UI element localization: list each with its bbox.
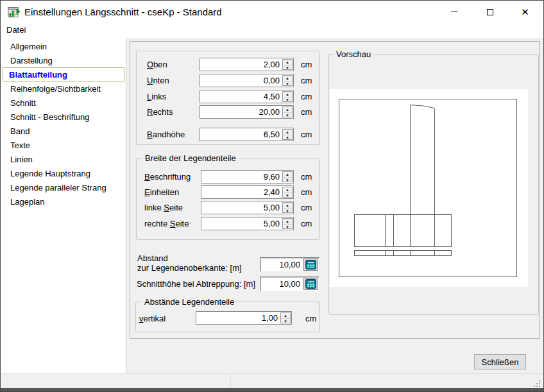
spin-up-icon[interactable]: ▲ xyxy=(283,130,292,135)
vertikal-unit: cm xyxy=(305,314,316,323)
spin-down-icon[interactable]: ▼ xyxy=(283,209,292,214)
bandhoehe-label: Bandhöhe xyxy=(147,130,185,139)
schnitthoehe-abtreppung-input[interactable] xyxy=(260,277,319,291)
calculator-button[interactable] xyxy=(303,278,318,290)
menu-item-datei[interactable]: Datei xyxy=(1,24,30,38)
rechts-unit: cm xyxy=(301,107,312,117)
abstand-label-line2: zur Legendenoberkante: [m] xyxy=(137,263,242,273)
sidebar-item-allgemein[interactable]: Allgemein xyxy=(3,39,124,53)
sidebar-item-blattaufteilung[interactable]: Blattaufteilung xyxy=(3,67,124,81)
spin-up-icon[interactable]: ▲ xyxy=(281,313,290,319)
links-spinner[interactable]: ▲▼ xyxy=(282,91,293,102)
bandhoehe-value[interactable] xyxy=(200,128,282,141)
calculator-icon xyxy=(305,279,316,289)
app-icon xyxy=(8,6,21,18)
sidebar-item-schnitt[interactable]: Schnitt xyxy=(3,96,124,110)
sidebar-item-reihenfolge-sichtbarkeit[interactable]: Reihenfolge/Sichtbarkeit xyxy=(3,81,124,96)
oben-spinner[interactable]: ▲▼ xyxy=(282,59,293,70)
abstand-legendenoberkante-label: Abstand zur Legendenoberkante: [m] xyxy=(137,253,242,273)
einheiten-unit: cm xyxy=(301,187,312,197)
links-value[interactable] xyxy=(200,90,282,103)
spin-down-icon[interactable]: ▼ xyxy=(283,113,292,118)
oben-value[interactable] xyxy=(200,58,282,71)
close-button[interactable]: ✕ xyxy=(507,1,543,23)
spin-down-icon[interactable]: ▼ xyxy=(283,98,292,103)
vertikal-input[interactable]: ▲▼ xyxy=(196,311,292,325)
minimize-button[interactable] xyxy=(437,1,472,23)
beschriftung-spinner[interactable]: ▲▼ xyxy=(282,171,293,182)
spin-up-icon[interactable]: ▲ xyxy=(283,107,292,113)
einheiten-input[interactable]: ▲▼ xyxy=(201,185,294,199)
einheiten-value[interactable] xyxy=(201,186,282,198)
spin-up-icon[interactable]: ▲ xyxy=(283,76,292,81)
rechte-seite-spinner[interactable]: ▲▼ xyxy=(282,218,293,229)
spin-down-icon[interactable]: ▼ xyxy=(283,225,292,230)
abstand-legendenoberkante-value[interactable] xyxy=(260,258,303,271)
vertikal-value[interactable] xyxy=(196,312,280,324)
einheiten-spinner[interactable]: ▲▼ xyxy=(282,187,293,198)
unten-input[interactable]: ▲▼ xyxy=(200,74,294,87)
spin-up-icon[interactable]: ▲ xyxy=(283,92,292,98)
maximize-button[interactable] xyxy=(472,1,507,23)
beschriftung-value[interactable] xyxy=(201,171,282,183)
spin-down-icon[interactable]: ▼ xyxy=(283,178,292,183)
sidebar-item-schnitt-beschriftung[interactable]: Schnitt - Beschriftung xyxy=(3,110,124,124)
spin-down-icon[interactable]: ▼ xyxy=(283,65,292,71)
bandhoehe-input[interactable]: ▲▼ xyxy=(200,128,294,141)
abstand-label-line1: Abstand xyxy=(137,253,242,263)
links-label: Links xyxy=(147,92,166,101)
settings-window: Einstellungen Längsschnitt - cseKp - Sta… xyxy=(0,0,544,392)
sidebar-item-texte[interactable]: Texte xyxy=(3,138,124,152)
sidebar-item-band[interactable]: Band xyxy=(3,124,124,138)
abstand-legendenoberkante-input[interactable] xyxy=(260,257,319,272)
spin-up-icon[interactable]: ▲ xyxy=(283,60,292,65)
links-unit: cm xyxy=(301,92,312,101)
rechts-value[interactable] xyxy=(200,106,282,118)
unten-value[interactable] xyxy=(200,74,282,87)
oben-input[interactable]: ▲▼ xyxy=(200,58,294,71)
linke-seite-value[interactable] xyxy=(201,201,282,214)
legend-widths-title: Breite der Legendenteile xyxy=(142,153,239,163)
spin-down-icon[interactable]: ▼ xyxy=(283,193,292,198)
vertikal-spinner[interactable]: ▲▼ xyxy=(280,312,291,323)
spin-down-icon[interactable]: ▼ xyxy=(283,135,292,141)
unten-spinner[interactable]: ▲▼ xyxy=(282,75,293,86)
resize-grip[interactable] xyxy=(534,380,541,388)
sidebar-item-legende-hauptstrang[interactable]: Legende Hauptstrang xyxy=(3,166,124,180)
preview-canvas xyxy=(330,89,528,287)
schliessen-button[interactable]: Schließen xyxy=(474,354,526,370)
linke-seite-input[interactable]: ▲▼ xyxy=(201,201,294,214)
rechts-label: Rechts xyxy=(147,107,173,117)
rechte-seite-unit: cm xyxy=(301,219,312,228)
window-title: Einstellungen Längsschnitt - cseKp - Sta… xyxy=(24,6,222,17)
rechte-seite-input[interactable]: ▲▼ xyxy=(201,217,294,230)
linke-seite-spinner[interactable]: ▲▼ xyxy=(282,202,293,213)
rechte-seite-value[interactable] xyxy=(201,217,282,230)
schnitthoehe-abtreppung-value[interactable] xyxy=(260,277,303,291)
margins-groupbox: Oben ▲▼ cm Unten ▲▼ cm Links ▲▼ cm xyxy=(136,51,320,145)
spin-up-icon[interactable]: ▲ xyxy=(283,203,292,209)
bandhoehe-spinner[interactable]: ▲▼ xyxy=(282,129,293,140)
preview-groupbox: Vorschau xyxy=(328,54,539,315)
spin-down-icon[interactable]: ▼ xyxy=(283,81,292,87)
beschriftung-input[interactable]: ▲▼ xyxy=(201,170,294,183)
spin-up-icon[interactable]: ▲ xyxy=(283,187,292,193)
rechts-spinner[interactable]: ▲▼ xyxy=(282,107,293,117)
minimize-icon xyxy=(451,12,458,12)
spin-up-icon[interactable]: ▲ xyxy=(283,219,292,225)
sidebar-item-darstellung[interactable]: Darstellung xyxy=(3,53,124,67)
sidebar-item-lageplan[interactable]: Lageplan xyxy=(3,194,124,209)
calculator-button[interactable] xyxy=(303,259,318,271)
sidebar-item-legende-paralleler-strang[interactable]: Legende paralleler Strang xyxy=(3,180,124,194)
legend-spacing-groupbox: Abstände Legendenteile vertikal ▲▼ cm xyxy=(135,302,320,332)
rechts-input[interactable]: ▲▼ xyxy=(200,105,294,119)
oben-unit: cm xyxy=(301,60,312,69)
status-bar-separator xyxy=(230,375,231,389)
calculator-icon xyxy=(305,260,316,269)
legend-spacing-title: Abstände Legendenteile xyxy=(142,297,237,307)
sidebar-item-linien[interactable]: Linien xyxy=(3,152,124,166)
spin-up-icon[interactable]: ▲ xyxy=(283,172,292,178)
spin-down-icon[interactable]: ▼ xyxy=(281,319,290,324)
links-input[interactable]: ▲▼ xyxy=(200,90,294,103)
close-icon: ✕ xyxy=(521,7,529,17)
